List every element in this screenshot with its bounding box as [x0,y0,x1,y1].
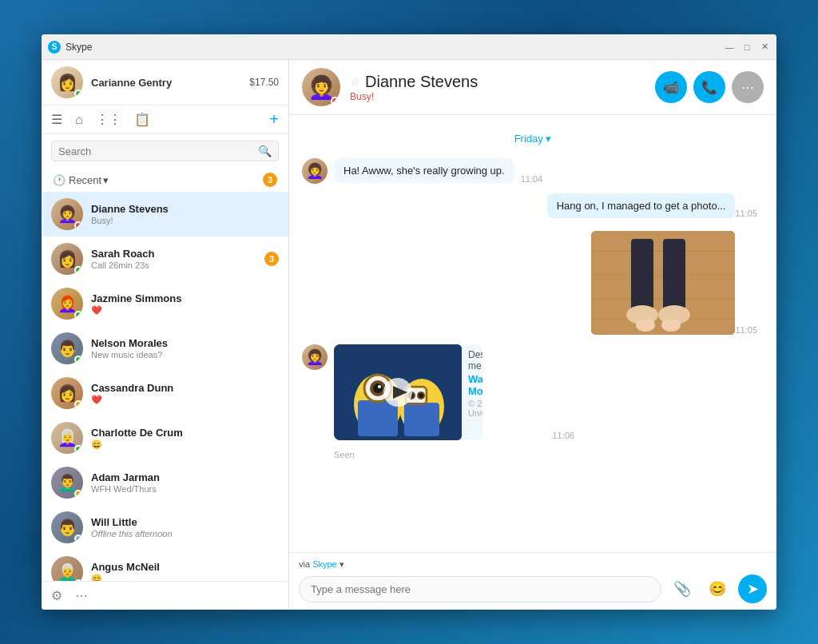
more-options-icon[interactable]: ⋯ [75,588,88,603]
settings-icon[interactable]: ⚙ [51,588,62,603]
contact-info-angus: Angus McNeil 😊 [91,561,279,582]
send-button[interactable]: ➤ [738,574,767,603]
message-avatar-1: 👩‍🦱 [302,158,328,184]
sidebar-footer: ⚙ ⋯ [42,581,288,610]
via-skype-label[interactable]: via Skype ▾ [299,559,767,570]
media-watch-link[interactable]: Watch Movie [468,373,482,397]
send-icon: ➤ [747,580,759,598]
window-title: Skype [66,42,724,53]
message-row-1: 👩‍🦱 Ha! Awww, she's really growing up. 1… [302,158,764,184]
contact-avatar-jazmine: 👩‍🦰 [51,288,83,320]
message-text-1: Ha! Awww, she's really growing up. [343,165,505,177]
recent-header[interactable]: 🕐 Recent ▾ 3 [42,168,288,192]
contact-item-angus[interactable]: 👨‍🦳 Angus McNeil 😊 [42,550,288,581]
favorite-icon: ☆ [350,75,360,88]
contact-avatar-cassandra: 👩 [51,377,83,409]
maximize-button[interactable]: □ [741,42,752,53]
skype-logo: S [48,41,61,54]
contact-status-angus: 😊 [91,574,279,582]
add-icon[interactable]: + [269,110,279,129]
svg-point-26 [419,393,423,398]
contact-status-will: Offline this afternoon [91,529,279,539]
media-info-4: Despicable me 2 Watch Movie © 2015 Unive… [462,344,482,440]
grid-icon[interactable]: ⋮⋮ [96,112,121,127]
contact-status-adam: WFH Wed/Thurs [91,484,279,494]
date-divider: Friday ▾ [302,131,764,145]
chat-header: 👩‍🦱 ☆ Dianne Stevens Busy! 📹 📞 [289,60,776,115]
contact-avatar-dianne: 👩‍🦱 [51,198,83,230]
contact-name-angus: Angus McNeil [91,561,279,573]
chat-messages: Friday ▾ 👩‍🦱 Ha! Awww, she's really grow… [289,115,776,552]
media-copyright: © 2015 Universal [468,399,482,418]
video-icon: 📹 [663,80,679,95]
voice-call-button[interactable]: 📞 [693,71,725,103]
contact-status-nelson: New music ideas? [91,350,279,360]
message-time-3: 11:05 [735,325,757,335]
chat-contact-avatar: 👩‍🦱 [302,68,340,106]
user-name: Carianne Gentry [91,77,249,89]
contact-name-adam: Adam Jarman [91,471,279,483]
contact-avatar-sarah: 👩 [51,243,83,275]
svg-rect-7 [663,239,685,311]
svg-rect-6 [631,239,653,311]
user-credit[interactable]: $17.50 [249,77,279,88]
media-thumbnail-4[interactable] [334,344,462,440]
contact-item-will[interactable]: 👨 Will Little Offline this afternoon [42,505,288,550]
message-time-4: 11:06 [552,431,574,440]
emoji-button[interactable]: 😊 [703,574,732,603]
contact-status-dot-jazmine [74,311,82,319]
svg-point-10 [636,319,655,332]
contact-info-nelson: Nelson Morales New music ideas? [91,337,279,360]
contact-item-nelson[interactable]: 👨 Nelson Morales New music ideas? [42,326,288,371]
contact-status-dot-charlotte [74,445,82,453]
more-options-button[interactable]: ⋯ [732,71,764,103]
chat-area: 👩‍🦱 ☆ Dianne Stevens Busy! 📹 📞 [289,60,776,610]
contact-avatar-adam: 👨‍🦱 [51,467,83,499]
home-icon[interactable]: ⌂ [75,113,83,127]
svg-point-17 [373,384,383,393]
contact-item-adam[interactable]: 👨‍🦱 Adam Jarman WFH Wed/Thurs [42,460,288,505]
contact-item-sarah[interactable]: 👩 Sarah Roach Call 26min 23s 3 [42,237,288,281]
contact-info-cassandra: Cassandra Dunn ❤️ [91,382,279,405]
sidebar: 👩 Carianne Gentry $17.50 ☰ ⌂ ⋮⋮ 📋 + 🔍 [42,60,289,610]
contact-status-dot-sarah [74,266,82,274]
notebook-icon[interactable]: 📋 [134,112,150,127]
search-input[interactable] [58,145,258,157]
message-bubble-2: Hang on, I managed to get a photo... [547,193,736,218]
window-controls: — □ ✕ [724,42,770,53]
message-image-3 [591,231,735,335]
recent-badge: 3 [263,173,277,187]
contact-avatar-angus: 👨‍🦳 [51,556,83,581]
attach-button[interactable]: 📎 [668,574,697,603]
svg-rect-21 [404,403,439,436]
close-button[interactable]: ✕ [759,42,770,53]
svg-point-18 [378,385,381,388]
title-bar: S Skype — □ ✕ [42,34,776,60]
skype-link[interactable]: Skype [312,559,337,569]
contact-item-dianne[interactable]: 👩‍🦱 Dianne Stevens Busy! [42,192,288,237]
contact-badge-sarah: 3 [264,252,279,266]
contact-item-charlotte[interactable]: 👩‍🦳 Charlotte De Crum 😄 [42,415,288,460]
recent-dropdown-icon: ▾ [103,174,109,186]
message-input[interactable] [299,576,661,602]
seen-label: Seen [302,450,764,459]
chat-header-actions: 📹 📞 ⋯ [655,71,764,103]
minimize-button[interactable]: — [724,42,735,53]
chat-status-dot [331,97,339,105]
menu-icon[interactable]: ☰ [51,112,62,127]
contact-name-cassandra: Cassandra Dunn [91,382,279,394]
message-avatar-4: 👩‍🦱 [302,344,328,370]
contact-info-charlotte: Charlotte De Crum 😄 [91,427,279,450]
message-text-2: Hang on, I managed to get a photo... [557,200,726,212]
date-label[interactable]: Friday ▾ [514,133,552,145]
ellipsis-icon: ⋯ [741,80,754,95]
contact-item-cassandra[interactable]: 👩 Cassandra Dunn ❤️ [42,371,288,415]
message-bubble-4: Despicable me 2 Watch Movie © 2015 Unive… [334,344,482,440]
video-call-button[interactable]: 📹 [655,71,687,103]
user-avatar: 👩 [51,66,83,98]
contact-item-jazmine[interactable]: 👩‍🦰 Jazmine Simmons ❤️ [42,281,288,326]
message-time-1: 11:04 [521,174,543,184]
svg-point-11 [661,319,681,332]
clock-icon: 🕐 [53,174,66,186]
contact-name-charlotte: Charlotte De Crum [91,427,279,439]
